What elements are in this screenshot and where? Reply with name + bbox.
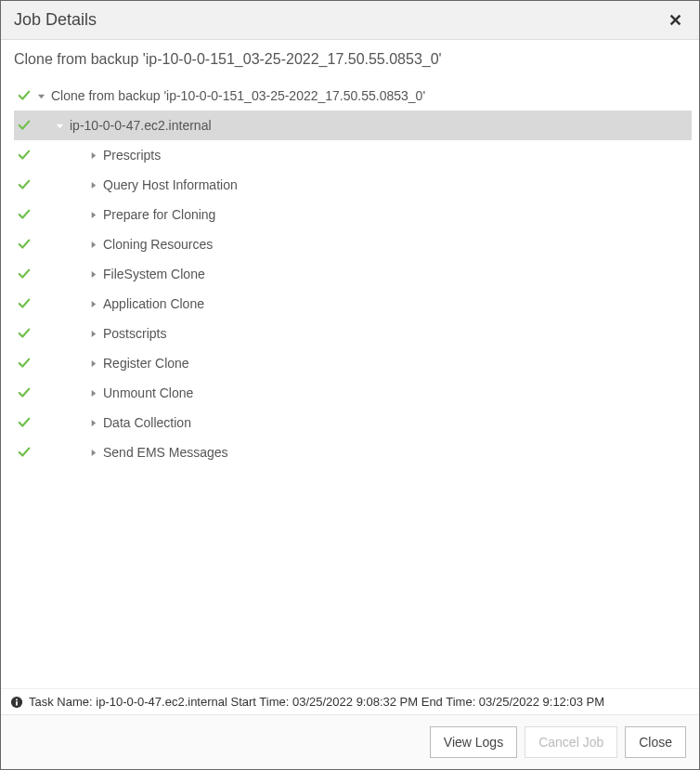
job-title: Clone from backup 'ip-10-0-0-151_03-25-2… [14, 51, 692, 68]
svg-rect-1 [16, 701, 18, 705]
tree-row-label: Prescripts [103, 148, 161, 163]
tree-row-label: Query Host Information [103, 177, 238, 192]
tree-row-step[interactable]: Unmount Clone [14, 378, 692, 408]
status-text: Task Name: ip-10-0-0-47.ec2.internal Sta… [29, 695, 604, 709]
check-icon [14, 297, 34, 310]
dialog-header: Job Details ✕ [1, 1, 699, 40]
svg-rect-2 [16, 698, 18, 700]
tree-row-label: FileSystem Clone [103, 267, 205, 281]
check-icon [14, 89, 34, 102]
tree-row-step[interactable]: Prepare for Cloning [14, 200, 692, 229]
check-icon [14, 416, 34, 429]
tree-row-root[interactable]: Clone from backup 'ip-10-0-0-151_03-25-2… [14, 81, 692, 111]
caret-right-icon[interactable] [86, 211, 99, 219]
check-icon [14, 178, 34, 191]
caret-right-icon[interactable] [86, 419, 99, 427]
tree-row-label: Unmount Clone [103, 385, 193, 400]
tree-row-label: Clone from backup 'ip-10-0-0-151_03-25-2… [51, 88, 425, 103]
check-icon [14, 357, 34, 370]
caret-right-icon[interactable] [86, 330, 99, 338]
tree-row-label: Send EMS Messages [103, 445, 228, 460]
tree-row-label: Register Clone [103, 356, 189, 371]
tree-row-host[interactable]: ip-10-0-0-47.ec2.internal [14, 111, 692, 140]
caret-right-icon[interactable] [86, 241, 99, 249]
caret-right-icon[interactable] [86, 389, 99, 398]
caret-right-icon[interactable] [86, 270, 99, 279]
check-icon [14, 268, 34, 281]
tree-row-label: Application Clone [103, 296, 204, 311]
check-icon [14, 119, 34, 132]
check-icon [14, 149, 34, 162]
view-logs-button[interactable]: View Logs [430, 726, 517, 758]
tree-row-step[interactable]: Query Host Information [14, 170, 692, 200]
status-bar: Task Name: ip-10-0-0-47.ec2.internal Sta… [1, 688, 699, 714]
close-button[interactable]: Close [625, 726, 686, 758]
check-icon [14, 327, 34, 340]
dialog-footer: View Logs Cancel Job Close [1, 714, 699, 769]
check-icon [14, 238, 34, 251]
caret-right-icon[interactable] [86, 151, 99, 160]
check-icon [14, 386, 34, 399]
caret-right-icon[interactable] [86, 359, 99, 368]
caret-down-icon[interactable] [34, 92, 47, 100]
caret-right-icon[interactable] [86, 300, 99, 308]
tree-row-label: Postscripts [103, 326, 166, 341]
scroll-area[interactable]: Clone from backup 'ip-10-0-0-151_03-25-2… [1, 40, 699, 688]
cancel-job-button: Cancel Job [525, 726, 617, 758]
tree-row-label: Data Collection [103, 415, 191, 430]
tree-row-step[interactable]: Prescripts [14, 140, 692, 170]
tree-row-step[interactable]: FileSystem Clone [14, 259, 692, 289]
info-icon [10, 696, 23, 709]
close-icon[interactable]: ✕ [665, 12, 686, 29]
check-icon [14, 446, 34, 459]
tree-row-label: ip-10-0-0-47.ec2.internal [70, 118, 212, 133]
tree-row-step[interactable]: Application Clone [14, 289, 692, 319]
tree-row-step[interactable]: Cloning Resources [14, 229, 692, 259]
content-wrap: Clone from backup 'ip-10-0-0-151_03-25-2… [1, 40, 699, 714]
tree-row-step[interactable]: Register Clone [14, 348, 692, 378]
tree-row-step[interactable]: Send EMS Messages [14, 437, 692, 467]
caret-right-icon[interactable] [86, 449, 99, 457]
tree-row-label: Cloning Resources [103, 237, 213, 252]
caret-right-icon[interactable] [86, 181, 99, 189]
dialog-title: Job Details [14, 10, 97, 30]
tree-row-step[interactable]: Data Collection [14, 408, 692, 437]
caret-down-icon[interactable] [53, 122, 66, 130]
tree-row-step[interactable]: Postscripts [14, 319, 692, 348]
check-icon [14, 208, 34, 221]
tree-row-label: Prepare for Cloning [103, 207, 215, 222]
